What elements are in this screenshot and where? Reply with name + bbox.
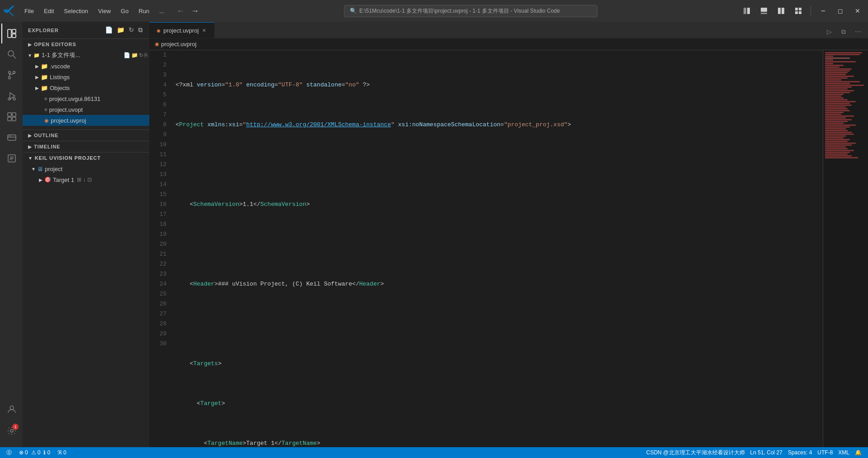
run-button[interactable]: ▷ — [823, 25, 835, 38]
status-remote[interactable]: ℜ 0 — [55, 447, 69, 458]
encoding-text: UTF-8 — [817, 449, 833, 456]
status-encoding[interactable]: UTF-8 — [815, 449, 835, 456]
refresh-ws-icon[interactable]: ↻ — [139, 52, 143, 58]
keil-target1[interactable]: ▶ 🎯 Target 1 ⊞ ↓ ⊡ — [23, 174, 149, 185]
restore-button[interactable]: ◻ — [834, 4, 847, 18]
new-folder-ws-icon[interactable]: 📁 — [131, 52, 138, 58]
tree-item-objects[interactable]: ▶ 📁 Objects — [23, 82, 149, 93]
new-file-icon[interactable]: 📄 — [104, 25, 114, 35]
svg-point-34 — [10, 429, 13, 432]
activity-run-debug[interactable] — [1, 86, 21, 106]
collapse-all-icon[interactable]: ⧉ — [137, 25, 144, 35]
split-editor-button[interactable]: ⧉ — [837, 25, 850, 38]
code-editor: 1 2 3 4 5 6 7 8 9 10 11 12 13 14 15 16 1… — [149, 50, 868, 447]
layout-panel-button[interactable] — [757, 4, 771, 18]
status-spaces[interactable]: Spaces: 4 — [785, 449, 815, 456]
ln-21: 21 — [149, 249, 167, 259]
layout-sidebar-button[interactable] — [740, 4, 754, 18]
activity-search[interactable] — [1, 44, 21, 64]
activity-settings[interactable]: 1 — [1, 421, 21, 441]
minimap-line — [825, 155, 852, 157]
menu-more[interactable]: ... — [155, 6, 169, 16]
menu-selection[interactable]: Selection — [59, 6, 92, 16]
git-icon: ⓪ — [6, 449, 12, 457]
minimap-line — [825, 74, 846, 75]
minimap-line — [825, 94, 844, 95]
outline-header[interactable]: ▶ OUTLINE — [23, 130, 149, 141]
info-icon: ℹ — [43, 449, 46, 456]
keil-project-root[interactable]: ▼ 🖥 project — [23, 163, 149, 174]
tab-bar-actions: ▷ ⧉ ⋯ — [823, 25, 868, 38]
nav-forward-button[interactable]: → — [189, 5, 201, 17]
position-text: Ln 51, Col 27 — [750, 449, 782, 456]
activity-extensions[interactable] — [1, 107, 21, 127]
menu-run[interactable]: Run — [134, 6, 154, 16]
line-numbers: 1 2 3 4 5 6 7 8 9 10 11 12 13 14 15 16 1… — [149, 50, 172, 447]
activity-account[interactable] — [1, 399, 21, 419]
menu-view[interactable]: View — [94, 6, 115, 16]
minimize-button[interactable]: − — [816, 4, 830, 18]
code-content[interactable]: <?xml version="1.0" encoding="UTF-8" sta… — [172, 50, 823, 447]
refresh-icon[interactable]: ↻ — [128, 25, 135, 35]
nav-back-button[interactable]: ← — [174, 5, 187, 17]
keil-project-header[interactable]: ▼ KEIL UVISION PROJECT — [23, 153, 149, 163]
explorer-header: EXPLORER 📄 📁 ↻ ⧉ — [23, 22, 149, 38]
timeline-header[interactable]: ▶ TIMELINE — [23, 141, 149, 152]
target1-actions: ⊞ ↓ ⊡ — [77, 177, 92, 183]
minimap-line — [825, 72, 848, 73]
status-notification[interactable]: 🔔 — [852, 449, 864, 456]
svg-rect-6 — [795, 8, 798, 10]
menu-file[interactable]: File — [20, 6, 38, 16]
code-line-7 — [176, 319, 819, 329]
ln-25: 25 — [149, 289, 167, 299]
layout-split-button[interactable] — [774, 4, 788, 18]
ln-10: 10 — [149, 140, 167, 150]
svg-rect-10 — [8, 29, 11, 38]
activity-remote-explorer[interactable] — [1, 128, 21, 148]
minimap-content — [823, 50, 868, 447]
minimap-line — [825, 108, 848, 110]
svg-point-16 — [9, 77, 11, 79]
activity-keil[interactable] — [1, 148, 21, 168]
search-box[interactable]: 🔍 E:\51Mcu\code\1-1 多文件项目\project.uvproj… — [344, 5, 597, 17]
svg-rect-4 — [778, 8, 781, 14]
uvopt-file-icon: ≡ — [44, 107, 47, 112]
status-language[interactable]: XML — [835, 449, 852, 456]
open-editors-arrow: ▶ — [28, 42, 32, 47]
open-editors-header[interactable]: ▶ OPEN EDITORS — [23, 39, 149, 50]
status-csdn[interactable]: CSDN @北京理工大平湖水经看设计大师 — [644, 449, 748, 457]
breadcrumb-item[interactable]: ◉ project.uvproj — [155, 41, 196, 48]
breadcrumb-bar: ◉ project.uvproj — [149, 38, 868, 50]
close-button[interactable]: ✕ — [851, 4, 864, 18]
tree-item-vscode[interactable]: ▶ 📁 .vscode — [23, 61, 149, 72]
copy-ws-icon[interactable]: ⎘ — [144, 52, 148, 58]
remote-count: 0 — [63, 449, 67, 456]
tab-close-button[interactable]: × — [201, 26, 207, 35]
menu-edit[interactable]: Edit — [39, 6, 58, 16]
layout-grid-button[interactable] — [792, 4, 805, 18]
workspace-root[interactable]: ▼ 📁 1-1 多文件项... 📄 📁 ↻ ⎘ — [23, 50, 149, 61]
activity-explorer[interactable] — [1, 24, 21, 43]
new-folder-icon[interactable]: 📁 — [116, 25, 126, 35]
svg-line-14 — [13, 56, 16, 58]
tree-item-listings[interactable]: ▶ 📁 Listings — [23, 72, 149, 82]
activity-source-control[interactable] — [1, 65, 21, 85]
minimap-line — [825, 68, 852, 70]
timeline-arrow: ▶ — [28, 144, 32, 149]
code-line-2: <Project xmlns:xsi="http://www.w3.org/20… — [176, 120, 819, 130]
new-file-ws-icon[interactable]: 📄 — [124, 52, 130, 58]
svg-rect-3 — [761, 13, 767, 14]
minimap-lines — [823, 50, 868, 161]
minimap-line — [825, 141, 848, 142]
ln-19: 19 — [149, 229, 167, 239]
status-position[interactable]: Ln 51, Col 27 — [748, 449, 785, 456]
status-git[interactable]: ⓪ — [4, 447, 14, 458]
status-errors[interactable]: ⊗ 0 ⚠ 0 ℹ 0 — [16, 447, 53, 458]
editor-tab-uvproj[interactable]: ◉ project.uvproj × — [149, 22, 215, 38]
more-actions-button[interactable]: ⋯ — [852, 25, 864, 38]
tree-item-uvgui[interactable]: ▶ ≡ project.uvgui.86131 — [23, 93, 149, 104]
vscode-folder-icon: 📁 — [41, 63, 48, 70]
tree-item-uvopt[interactable]: ▶ ≡ project.uvopt — [23, 104, 149, 115]
tree-item-uvproj[interactable]: ▶ ◉ project.uvproj — [23, 115, 149, 126]
menu-go[interactable]: Go — [116, 6, 133, 16]
